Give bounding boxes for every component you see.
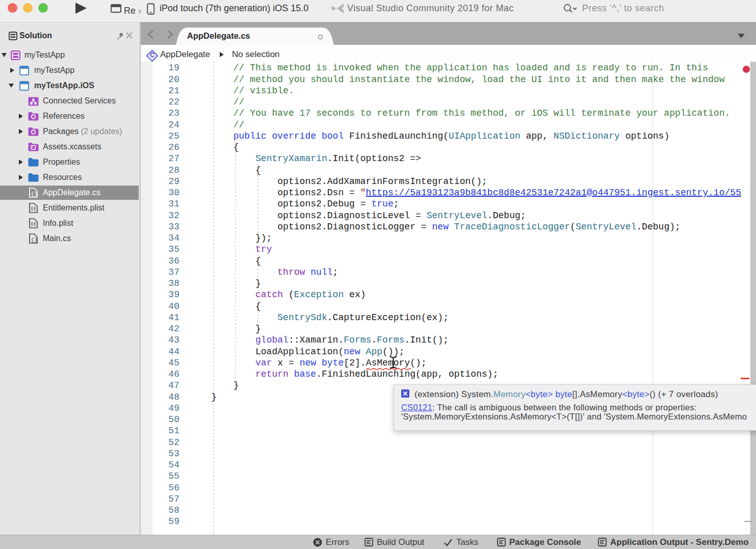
svg-text:{}: {} bbox=[31, 237, 38, 243]
svg-text:{}: {} bbox=[31, 191, 38, 197]
